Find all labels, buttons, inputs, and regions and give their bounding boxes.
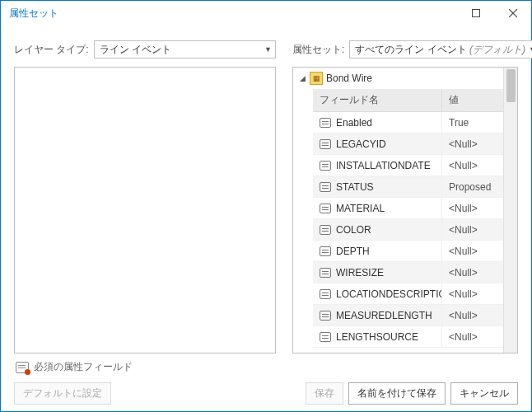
table-row-value[interactable]: <Null> xyxy=(441,155,503,176)
field-icon xyxy=(320,118,331,128)
table-row-field[interactable]: LOCATIONDESCRIPTION xyxy=(313,283,441,305)
field-icon xyxy=(320,161,331,171)
table-row-value[interactable]: <Null> xyxy=(441,219,503,241)
field-name: Enabled xyxy=(336,117,372,129)
table-row-value[interactable]: <Null> xyxy=(441,305,503,326)
save-as-button[interactable]: 名前を付けて保存 xyxy=(348,382,446,405)
dialog-window: 属性セット レイヤー タイプ: ライン イベント ▼ 属性セット: すべてのライ… xyxy=(0,0,532,412)
field-name: COLOR xyxy=(336,224,371,236)
field-name: MEASUREDLENGTH xyxy=(336,310,432,321)
close-button[interactable] xyxy=(494,1,531,26)
layer-type-value: ライン イベント xyxy=(100,43,261,57)
table-row-field[interactable]: STATUS xyxy=(313,176,441,198)
field-icon xyxy=(320,246,331,256)
column-header-value[interactable]: 値 xyxy=(441,89,503,112)
table-row-value[interactable]: Proposed xyxy=(441,176,503,198)
save-button: 保存 xyxy=(306,382,343,405)
tree-root-label: Bond Wire xyxy=(326,73,372,84)
required-field-icon xyxy=(16,362,29,373)
field-icon xyxy=(320,182,331,192)
field-name: LOCATIONDESCRIPTION xyxy=(336,288,441,300)
legend-required-label: 必須の属性フィールド xyxy=(34,360,133,374)
attribute-set-label: 属性セット: xyxy=(292,43,344,57)
maximize-button[interactable] xyxy=(457,1,494,26)
field-icon xyxy=(320,225,331,235)
table-row-value[interactable]: True xyxy=(441,112,503,133)
table-row-field[interactable]: LEGACYID xyxy=(313,133,441,155)
window-title: 属性セット xyxy=(9,7,457,21)
table-row-field[interactable]: MATERIAL xyxy=(313,198,441,219)
layer-type-dropdown[interactable]: ライン イベント ▼ xyxy=(94,40,276,59)
layer-type-label: レイヤー タイプ: xyxy=(14,43,89,57)
table-row-value[interactable]: <Null> xyxy=(441,241,503,262)
titlebar: 属性セット xyxy=(1,1,531,26)
set-default-button: デフォルトに設定 xyxy=(14,382,111,405)
scroll-thumb[interactable] xyxy=(506,69,516,102)
right-panel: ◢ ▦ Bond Wire フィールド名 値 EnabledTrueLEGACY… xyxy=(292,67,518,353)
field-icon xyxy=(320,204,331,213)
field-icon xyxy=(320,332,331,342)
field-name: INSTALLATIONDATE xyxy=(336,160,431,171)
cancel-button[interactable]: キャンセル xyxy=(450,382,518,405)
attribute-set-value: すべてのライン イベント xyxy=(355,44,466,55)
table-row-field[interactable]: WIRESIZE xyxy=(313,262,441,283)
svg-rect-0 xyxy=(472,10,479,17)
table-row-field[interactable]: LENGTHSOURCE xyxy=(313,326,441,348)
field-name: STATUS xyxy=(336,181,374,193)
chevron-down-icon: ▼ xyxy=(264,45,272,54)
table-row-value[interactable]: <Null> xyxy=(441,326,503,348)
field-name: DEPTH xyxy=(336,246,370,257)
field-icon xyxy=(320,311,331,321)
field-name: LEGACYID xyxy=(336,138,386,150)
table-row-value[interactable]: <Null> xyxy=(441,133,503,155)
field-name: LENGTHSOURCE xyxy=(336,331,418,343)
attribute-set-dropdown[interactable]: すべてのライン イベント (デフォルト) ▼ xyxy=(349,40,532,59)
tree-root-row[interactable]: ◢ ▦ Bond Wire xyxy=(293,68,503,89)
chevron-down-icon: ▼ xyxy=(529,45,532,54)
field-icon xyxy=(320,289,331,299)
attribute-grid: フィールド名 値 EnabledTrueLEGACYID<Null>INSTAL… xyxy=(313,89,503,348)
field-icon xyxy=(320,139,331,149)
scrollbar-vertical[interactable] xyxy=(503,68,517,353)
table-row-field[interactable]: COLOR xyxy=(313,219,441,241)
table-row-value[interactable]: <Null> xyxy=(441,198,503,219)
column-header-field[interactable]: フィールド名 xyxy=(313,89,441,112)
table-row-value[interactable]: <Null> xyxy=(441,283,503,305)
legend-required: 必須の属性フィールド xyxy=(16,360,518,374)
field-name: WIRESIZE xyxy=(336,267,384,279)
attribute-set-default: (デフォルト) xyxy=(469,44,525,55)
table-row-field[interactable]: INSTALLATIONDATE xyxy=(313,155,441,176)
field-name: MATERIAL xyxy=(336,203,385,214)
layer-icon: ▦ xyxy=(310,72,323,85)
field-icon xyxy=(320,268,331,278)
left-panel xyxy=(14,67,276,353)
table-row-field[interactable]: DEPTH xyxy=(313,241,441,262)
collapse-icon[interactable]: ◢ xyxy=(298,74,306,82)
table-row-field[interactable]: MEASUREDLENGTH xyxy=(313,305,441,326)
table-row-value[interactable]: <Null> xyxy=(441,262,503,283)
table-row-field[interactable]: Enabled xyxy=(313,112,441,133)
